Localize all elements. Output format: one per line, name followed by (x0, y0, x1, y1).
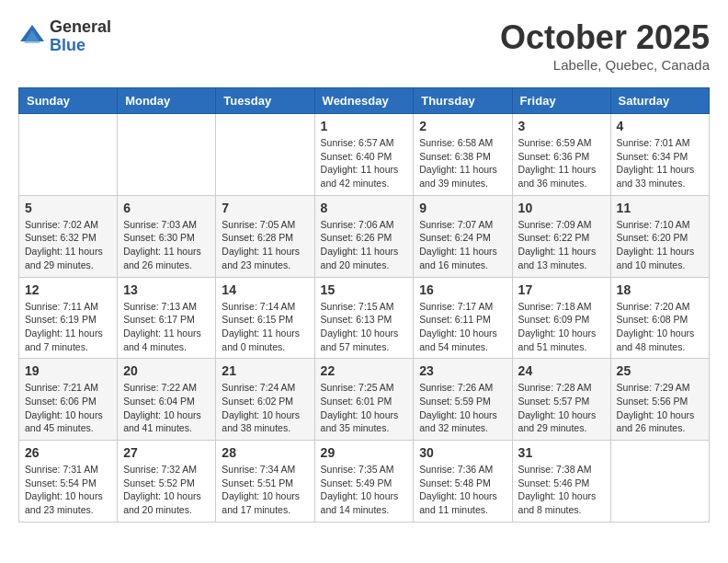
calendar-cell: 21Sunrise: 7:24 AM Sunset: 6:02 PM Dayli… (216, 359, 314, 441)
calendar-cell: 20Sunrise: 7:22 AM Sunset: 6:04 PM Dayli… (118, 359, 216, 441)
calendar-cell (19, 114, 118, 196)
day-info: Sunrise: 7:29 AM Sunset: 5:56 PM Dayligh… (617, 381, 703, 435)
day-number: 21 (222, 363, 308, 378)
day-number: 2 (419, 119, 506, 133)
header-thursday: Thursday (414, 88, 512, 114)
day-info: Sunrise: 7:31 AM Sunset: 5:54 PM Dayligh… (25, 463, 111, 517)
calendar-cell: 17Sunrise: 7:18 AM Sunset: 6:09 PM Dayli… (512, 277, 610, 359)
day-info: Sunrise: 7:13 AM Sunset: 6:17 PM Dayligh… (123, 300, 210, 354)
calendar-cell: 22Sunrise: 7:25 AM Sunset: 6:01 PM Dayli… (314, 359, 414, 441)
day-info: Sunrise: 7:03 AM Sunset: 6:30 PM Dayligh… (123, 218, 210, 272)
calendar-cell: 27Sunrise: 7:32 AM Sunset: 5:52 PM Dayli… (118, 441, 216, 523)
header-monday: Monday (118, 88, 216, 114)
day-number: 27 (123, 445, 210, 460)
calendar-cell: 11Sunrise: 7:10 AM Sunset: 6:20 PM Dayli… (610, 195, 709, 277)
day-number: 8 (321, 201, 408, 215)
day-info: Sunrise: 7:02 AM Sunset: 6:32 PM Dayligh… (25, 218, 111, 272)
day-number: 10 (518, 201, 605, 215)
calendar-cell: 30Sunrise: 7:36 AM Sunset: 5:48 PM Dayli… (414, 441, 512, 523)
day-number: 24 (518, 363, 605, 378)
day-info: Sunrise: 7:35 AM Sunset: 5:49 PM Dayligh… (321, 463, 408, 517)
calendar-cell: 31Sunrise: 7:38 AM Sunset: 5:46 PM Dayli… (512, 441, 610, 523)
day-number: 11 (617, 201, 703, 215)
day-info: Sunrise: 6:57 AM Sunset: 6:40 PM Dayligh… (321, 136, 408, 190)
day-info: Sunrise: 7:24 AM Sunset: 6:02 PM Dayligh… (222, 381, 308, 435)
day-number: 23 (419, 363, 506, 378)
day-number: 7 (222, 201, 308, 215)
page-header: General Blue October 2025 Labelle, Quebe… (18, 18, 710, 73)
day-info: Sunrise: 7:21 AM Sunset: 6:06 PM Dayligh… (25, 381, 111, 435)
day-number: 14 (222, 282, 308, 297)
day-info: Sunrise: 7:28 AM Sunset: 5:57 PM Dayligh… (518, 381, 605, 435)
calendar-cell (118, 114, 216, 196)
day-info: Sunrise: 7:09 AM Sunset: 6:22 PM Dayligh… (518, 218, 605, 272)
calendar-cell (216, 114, 314, 196)
day-number: 19 (25, 363, 111, 378)
day-number: 15 (321, 282, 408, 297)
calendar-cell: 18Sunrise: 7:20 AM Sunset: 6:08 PM Dayli… (610, 277, 709, 359)
calendar-table: SundayMondayTuesdayWednesdayThursdayFrid… (18, 87, 710, 523)
day-info: Sunrise: 7:10 AM Sunset: 6:20 PM Dayligh… (617, 218, 703, 272)
day-info: Sunrise: 6:58 AM Sunset: 6:38 PM Dayligh… (419, 136, 506, 190)
calendar-cell: 10Sunrise: 7:09 AM Sunset: 6:22 PM Dayli… (512, 195, 610, 277)
header-saturday: Saturday (610, 88, 709, 114)
day-info: Sunrise: 7:05 AM Sunset: 6:28 PM Dayligh… (222, 218, 308, 272)
day-number: 22 (321, 363, 408, 378)
calendar-cell: 19Sunrise: 7:21 AM Sunset: 6:06 PM Dayli… (19, 359, 118, 441)
calendar-cell: 1Sunrise: 6:57 AM Sunset: 6:40 PM Daylig… (314, 114, 414, 196)
calendar-cell (610, 441, 709, 523)
calendar-cell: 2Sunrise: 6:58 AM Sunset: 6:38 PM Daylig… (414, 114, 512, 196)
day-number: 6 (123, 201, 210, 215)
day-number: 18 (617, 282, 703, 297)
logo-general-text: General (50, 18, 111, 37)
calendar-cell: 14Sunrise: 7:14 AM Sunset: 6:15 PM Dayli… (216, 277, 314, 359)
calendar-cell: 6Sunrise: 7:03 AM Sunset: 6:30 PM Daylig… (118, 195, 216, 277)
day-number: 28 (222, 445, 308, 460)
calendar-cell: 26Sunrise: 7:31 AM Sunset: 5:54 PM Dayli… (19, 441, 118, 523)
calendar-cell: 25Sunrise: 7:29 AM Sunset: 5:56 PM Dayli… (610, 359, 709, 441)
day-info: Sunrise: 7:34 AM Sunset: 5:51 PM Dayligh… (222, 463, 308, 517)
day-number: 9 (419, 201, 506, 215)
month-title: October 2025 (500, 18, 710, 57)
calendar-cell: 4Sunrise: 7:01 AM Sunset: 6:34 PM Daylig… (610, 114, 709, 196)
day-number: 3 (518, 119, 605, 133)
day-number: 31 (518, 445, 605, 460)
day-number: 5 (25, 201, 111, 215)
calendar-cell: 28Sunrise: 7:34 AM Sunset: 5:51 PM Dayli… (216, 441, 314, 523)
day-info: Sunrise: 7:25 AM Sunset: 6:01 PM Dayligh… (321, 381, 408, 435)
day-number: 13 (123, 282, 210, 297)
location-text: Labelle, Quebec, Canada (500, 57, 710, 73)
header-sunday: Sunday (19, 88, 118, 114)
calendar-week-row: 19Sunrise: 7:21 AM Sunset: 6:06 PM Dayli… (19, 359, 710, 441)
calendar-cell: 9Sunrise: 7:07 AM Sunset: 6:24 PM Daylig… (414, 195, 512, 277)
day-info: Sunrise: 7:01 AM Sunset: 6:34 PM Dayligh… (617, 136, 703, 190)
day-info: Sunrise: 7:07 AM Sunset: 6:24 PM Dayligh… (419, 218, 506, 272)
day-number: 16 (419, 282, 506, 297)
calendar-cell: 24Sunrise: 7:28 AM Sunset: 5:57 PM Dayli… (512, 359, 610, 441)
calendar-cell: 23Sunrise: 7:26 AM Sunset: 5:59 PM Dayli… (414, 359, 512, 441)
logo-blue-text: Blue (50, 37, 111, 55)
day-number: 26 (25, 445, 111, 460)
calendar-week-row: 26Sunrise: 7:31 AM Sunset: 5:54 PM Dayli… (19, 441, 710, 523)
calendar-cell: 29Sunrise: 7:35 AM Sunset: 5:49 PM Dayli… (314, 441, 414, 523)
day-info: Sunrise: 7:20 AM Sunset: 6:08 PM Dayligh… (617, 300, 703, 354)
day-info: Sunrise: 7:15 AM Sunset: 6:13 PM Dayligh… (321, 300, 408, 354)
day-info: Sunrise: 7:38 AM Sunset: 5:46 PM Dayligh… (518, 463, 605, 517)
calendar-cell: 12Sunrise: 7:11 AM Sunset: 6:19 PM Dayli… (19, 277, 118, 359)
day-info: Sunrise: 7:18 AM Sunset: 6:09 PM Dayligh… (518, 300, 605, 354)
day-info: Sunrise: 7:14 AM Sunset: 6:15 PM Dayligh… (222, 300, 308, 354)
calendar-cell: 15Sunrise: 7:15 AM Sunset: 6:13 PM Dayli… (314, 277, 414, 359)
day-number: 29 (321, 445, 408, 460)
day-info: Sunrise: 6:59 AM Sunset: 6:36 PM Dayligh… (518, 136, 605, 190)
day-info: Sunrise: 7:06 AM Sunset: 6:26 PM Dayligh… (321, 218, 408, 272)
day-info: Sunrise: 7:36 AM Sunset: 5:48 PM Dayligh… (419, 463, 506, 517)
calendar-cell: 8Sunrise: 7:06 AM Sunset: 6:26 PM Daylig… (314, 195, 414, 277)
header-tuesday: Tuesday (216, 88, 314, 114)
calendar-cell: 7Sunrise: 7:05 AM Sunset: 6:28 PM Daylig… (216, 195, 314, 277)
calendar-week-row: 5Sunrise: 7:02 AM Sunset: 6:32 PM Daylig… (19, 195, 710, 277)
day-number: 17 (518, 282, 605, 297)
day-info: Sunrise: 7:22 AM Sunset: 6:04 PM Dayligh… (123, 381, 210, 435)
logo: General Blue (18, 18, 111, 55)
day-info: Sunrise: 7:26 AM Sunset: 5:59 PM Dayligh… (419, 381, 506, 435)
day-info: Sunrise: 7:17 AM Sunset: 6:11 PM Dayligh… (419, 300, 506, 354)
